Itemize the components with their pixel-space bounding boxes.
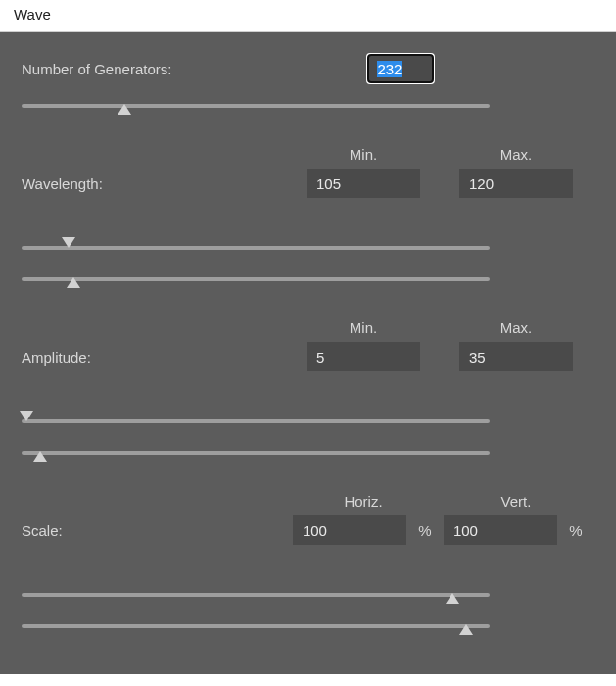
- window-title: Wave: [0, 0, 616, 32]
- scale-horiz-slider[interactable]: [22, 586, 490, 604]
- wavelength-min-thumb[interactable]: [62, 237, 75, 248]
- scale-vert-unit: %: [557, 522, 594, 539]
- wavelength-max-header: Max.: [459, 146, 573, 163]
- scale-vert-input[interactable]: [444, 515, 557, 545]
- scale-horiz-thumb[interactable]: [446, 593, 459, 604]
- amplitude-max-thumb[interactable]: [33, 451, 47, 462]
- wavelength-min-header: Min.: [307, 146, 420, 163]
- generators-label: Number of Generators:: [22, 61, 171, 77]
- generators-slider[interactable]: [22, 97, 490, 115]
- scale-horiz-input[interactable]: [293, 515, 406, 545]
- scale-label: Scale:: [22, 522, 293, 539]
- amplitude-min-slider[interactable]: [22, 413, 490, 430]
- scale-vert-slider[interactable]: [22, 617, 490, 635]
- wavelength-max-thumb[interactable]: [67, 277, 80, 288]
- wavelength-max-slider[interactable]: [22, 270, 490, 288]
- amplitude-max-header: Max.: [459, 319, 573, 336]
- wave-panel: Number of Generators: Min. Max. Waveleng…: [0, 32, 616, 674]
- scale-vert-thumb[interactable]: [459, 624, 473, 635]
- wavelength-min-slider[interactable]: [22, 239, 490, 257]
- amplitude-label: Amplitude:: [22, 349, 307, 366]
- amplitude-min-header: Min.: [307, 319, 420, 336]
- amplitude-min-thumb[interactable]: [20, 411, 33, 421]
- wavelength-max-input[interactable]: [459, 169, 573, 198]
- wavelength-label: Wavelength:: [22, 175, 307, 192]
- amplitude-min-input[interactable]: [307, 342, 420, 371]
- amplitude-max-slider[interactable]: [22, 444, 490, 462]
- wavelength-min-input[interactable]: [307, 169, 420, 198]
- wave-dialog: Wave Number of Generators: Min. Max. Wav…: [0, 0, 616, 674]
- generators-slider-thumb[interactable]: [118, 104, 131, 115]
- scale-horiz-unit: %: [406, 522, 444, 539]
- scale-horiz-header: Horiz.: [307, 493, 420, 510]
- scale-vert-header: Vert.: [459, 493, 573, 510]
- generators-input[interactable]: [367, 54, 434, 83]
- amplitude-max-input[interactable]: [459, 342, 573, 371]
